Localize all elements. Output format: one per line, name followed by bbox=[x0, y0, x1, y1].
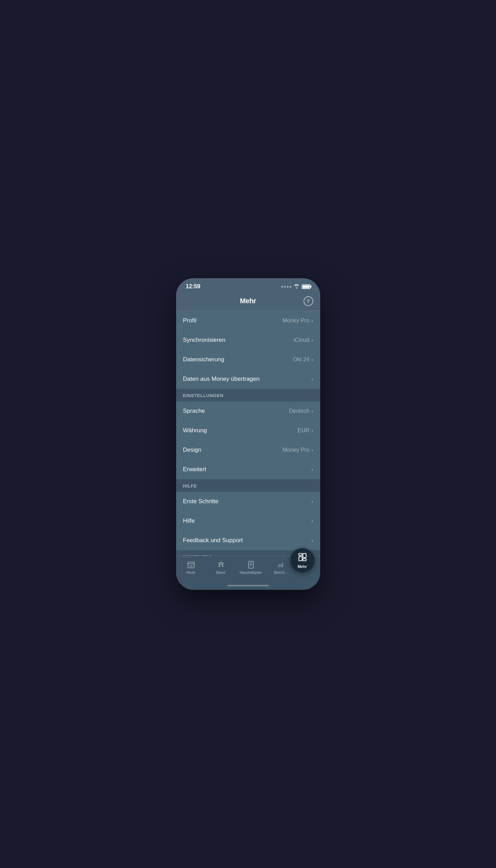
svg-rect-20 bbox=[303, 553, 306, 557]
signal-dot-4 bbox=[290, 286, 291, 288]
signal-dot-3 bbox=[287, 286, 289, 288]
status-icons bbox=[281, 284, 310, 290]
menu-item-label: Hilfe bbox=[183, 517, 195, 524]
menu-item-label: Daten aus Money übertragen bbox=[183, 376, 260, 383]
chevron-icon: › bbox=[312, 538, 313, 543]
menu-item-design[interactable]: Design Money Pro › bbox=[176, 440, 320, 460]
menu-item-value: Okt 24 bbox=[293, 356, 309, 363]
menu-item-erweitert[interactable]: Erweitert › bbox=[176, 460, 320, 479]
menu-item-label: Design bbox=[183, 447, 202, 453]
menu-item-label: Erweitert bbox=[183, 466, 206, 473]
battery-icon bbox=[302, 284, 310, 289]
tab-bilanz[interactable]: Bilanz bbox=[206, 559, 236, 576]
menu-item-hilfe[interactable]: Hilfe › bbox=[176, 511, 320, 531]
menu-item-right: iCloud › bbox=[293, 337, 313, 343]
menu-item-right: › bbox=[312, 467, 313, 472]
menu-item-feedback[interactable]: Feedback und Support › bbox=[176, 531, 320, 550]
menu-item-profil[interactable]: Profil Money Pro › bbox=[176, 311, 320, 330]
menu-item-value: Money Pro bbox=[282, 447, 309, 453]
svg-rect-18 bbox=[299, 553, 302, 555]
berichte-icon bbox=[276, 560, 285, 569]
help-button[interactable]: ? bbox=[304, 296, 313, 306]
section-header-einstellungen: EINSTELLUNGEN bbox=[176, 389, 320, 401]
bilanz-icon bbox=[216, 560, 226, 569]
home-indicator-bar bbox=[227, 585, 269, 586]
menu-item-right: EUR › bbox=[298, 427, 313, 434]
tab-haushaltsplan[interactable]: Haushaltsplan bbox=[236, 559, 266, 576]
chevron-icon: › bbox=[312, 337, 313, 343]
menu-item-right: Money Pro › bbox=[282, 447, 313, 453]
signal-dot-1 bbox=[281, 286, 283, 288]
tab-label: Heute bbox=[186, 571, 196, 574]
tab-heute[interactable]: 24 Heute bbox=[176, 559, 206, 576]
header: Mehr ? bbox=[176, 293, 320, 311]
menu-item-right: Deutsch › bbox=[289, 408, 313, 414]
haushaltsplan-icon bbox=[246, 560, 255, 569]
wifi-icon bbox=[293, 284, 300, 290]
menu-item-waehrung[interactable]: Währung EUR › bbox=[176, 421, 320, 440]
menu-item-label: Feedback und Support bbox=[183, 537, 243, 544]
chevron-icon: › bbox=[312, 447, 313, 453]
menu-item-right: › bbox=[312, 376, 313, 382]
tab-label: Bericht... bbox=[274, 571, 288, 574]
fab-mehr-button[interactable]: Mehr bbox=[290, 548, 315, 572]
chevron-icon: › bbox=[312, 467, 313, 472]
fab-icon bbox=[298, 552, 307, 564]
tab-bar: 24 Heute Bilanz bbox=[176, 556, 320, 583]
menu-item-value: iCloud bbox=[293, 337, 309, 343]
menu-item-daten-uebertragen[interactable]: Daten aus Money übertragen › bbox=[176, 369, 320, 389]
content: Profil Money Pro › Synchronisieren iClou… bbox=[176, 311, 320, 556]
tab-label: Haushaltsplan bbox=[240, 571, 262, 574]
menu-item-erste-schritte[interactable]: Erste Schritte › bbox=[176, 492, 320, 511]
menu-item-label: Währung bbox=[183, 427, 207, 434]
menu-item-right: › bbox=[312, 499, 313, 504]
menu-item-value: Money Pro bbox=[282, 318, 309, 324]
section-header-text: EINSTELLUNGEN bbox=[183, 393, 223, 398]
svg-rect-10 bbox=[249, 561, 253, 568]
menu-item-label: Datensicherung bbox=[183, 356, 225, 363]
battery-fill bbox=[303, 286, 309, 288]
signal-dots bbox=[281, 286, 291, 288]
chevron-icon: › bbox=[312, 318, 313, 323]
home-indicator bbox=[176, 583, 320, 590]
tab-label: Bilanz bbox=[216, 571, 226, 574]
phone-frame: 12:59 Mehr ? Prof bbox=[176, 278, 320, 590]
page-title: Mehr bbox=[240, 297, 256, 305]
status-time: 12:59 bbox=[186, 283, 200, 290]
fab-label: Mehr bbox=[298, 564, 307, 569]
menu-item-sprache[interactable]: Sprache Deutsch › bbox=[176, 401, 320, 421]
section-header-text: HILFE bbox=[183, 483, 197, 489]
section-hilfe: HILFE Erste Schritte › Hilfe › Feedback … bbox=[176, 479, 320, 550]
svg-rect-21 bbox=[303, 558, 306, 561]
menu-item-right: › bbox=[312, 518, 313, 524]
section-header-hilfe: HILFE bbox=[176, 479, 320, 492]
menu-item-label: Profil bbox=[183, 317, 197, 324]
chevron-icon: › bbox=[312, 357, 313, 362]
menu-item-synchronisieren[interactable]: Synchronisieren iCloud › bbox=[176, 330, 320, 350]
chevron-icon: › bbox=[312, 518, 313, 524]
menu-item-right: Okt 24 › bbox=[293, 356, 313, 363]
chevron-icon: › bbox=[312, 376, 313, 382]
svg-rect-19 bbox=[299, 556, 302, 561]
menu-item-label: Erste Schritte bbox=[183, 498, 219, 505]
menu-item-right: Money Pro › bbox=[282, 318, 313, 324]
chevron-icon: › bbox=[312, 499, 313, 504]
menu-item-value: Deutsch bbox=[289, 408, 309, 414]
section-top: Profil Money Pro › Synchronisieren iClou… bbox=[176, 311, 320, 389]
svg-text:24: 24 bbox=[190, 565, 192, 567]
menu-item-value: EUR bbox=[298, 427, 309, 434]
heute-icon: 24 bbox=[187, 560, 196, 569]
menu-item-right: › bbox=[312, 538, 313, 543]
chevron-icon: › bbox=[312, 428, 313, 433]
chevron-icon: › bbox=[312, 408, 313, 414]
menu-item-label: Sprache bbox=[183, 408, 205, 415]
signal-dot-2 bbox=[284, 286, 286, 288]
menu-item-label: Synchronisieren bbox=[183, 337, 226, 344]
status-bar: 12:59 bbox=[176, 278, 320, 293]
section-einstellungen: EINSTELLUNGEN Sprache Deutsch › Währung … bbox=[176, 389, 320, 479]
menu-item-datensicherung[interactable]: Datensicherung Okt 24 › bbox=[176, 350, 320, 369]
